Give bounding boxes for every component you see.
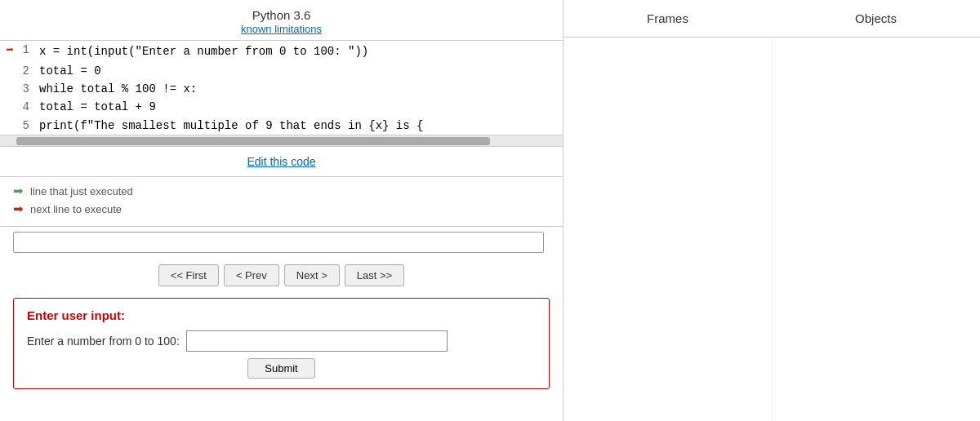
green-arrow-icon: ➡: [13, 184, 24, 198]
right-panel: Frames Objects: [564, 0, 980, 421]
known-limitations-link[interactable]: known limitations: [241, 23, 322, 35]
user-input-prompt: Enter a number from 0 to 100:: [27, 335, 180, 348]
objects-panel: [773, 38, 981, 421]
user-input-field[interactable]: [186, 330, 448, 352]
line-number: 5: [20, 117, 36, 135]
legend: ➡ line that just executed ➡ next line to…: [0, 177, 563, 227]
line-arrow-cell: [0, 117, 20, 135]
next-button[interactable]: Next >: [284, 264, 340, 286]
legend-red: ➡ next line to execute: [13, 202, 550, 216]
legend-red-label: next line to execute: [30, 203, 122, 215]
table-row: 4 total = total + 9: [0, 98, 423, 116]
nav-buttons: << First < Prev Next > Last >>: [0, 258, 563, 293]
table-row: 2total = 0: [0, 62, 423, 80]
code-area: ➡1x = int(input("Enter a number from 0 t…: [0, 41, 563, 135]
legend-green: ➡ line that just executed: [13, 184, 550, 198]
table-row: ➡1x = int(input("Enter a number from 0 t…: [0, 41, 423, 62]
python-version-title: Python 3.6: [0, 8, 563, 22]
line-arrow-cell: [0, 98, 20, 116]
line-number: 2: [20, 62, 36, 80]
red-arrow-icon: ➡: [13, 202, 24, 216]
line-arrow-cell: [0, 80, 20, 98]
edit-code-link[interactable]: Edit this code: [247, 155, 315, 168]
red-arrow-icon: ➡: [6, 43, 14, 58]
table-row: 3while total % 100 != x:: [0, 80, 423, 98]
code-table: ➡1x = int(input("Enter a number from 0 t…: [0, 41, 423, 135]
right-header: Frames Objects: [564, 0, 980, 38]
first-button[interactable]: << First: [158, 264, 219, 286]
line-code: while total % 100 != x:: [36, 80, 423, 98]
line-number: 4: [20, 98, 36, 116]
input-box-area: [0, 227, 563, 258]
legend-green-label: line that just executed: [30, 185, 133, 197]
user-input-label: Enter user input:: [27, 308, 536, 322]
user-input-row: Enter a number from 0 to 100:: [27, 330, 536, 352]
line-number: 3: [20, 80, 36, 98]
header: Python 3.6 known limitations: [0, 0, 563, 41]
submit-button[interactable]: Submit: [247, 358, 314, 379]
prev-button[interactable]: < Prev: [224, 264, 279, 286]
scrollbar-thumb[interactable]: [16, 137, 490, 145]
user-input-section: Enter user input: Enter a number from 0 …: [13, 298, 550, 389]
tab-frames[interactable]: Frames: [564, 8, 772, 29]
submit-btn-row: Submit: [27, 358, 536, 379]
line-code: total = 0: [36, 62, 423, 80]
line-code: print(f"The smallest multiple of 9 that …: [36, 117, 423, 135]
horizontal-scrollbar[interactable]: [0, 135, 563, 147]
frames-panel: [564, 38, 773, 421]
last-button[interactable]: Last >>: [345, 264, 404, 286]
line-code: total = total + 9: [36, 98, 423, 116]
line-arrow-cell: [0, 62, 20, 80]
tab-objects[interactable]: Objects: [772, 8, 980, 29]
line-arrow-cell: ➡: [0, 41, 20, 62]
line-code: x = int(input("Enter a number from 0 to …: [36, 41, 423, 62]
left-panel: Python 3.6 known limitations ➡1x = int(i…: [0, 0, 564, 421]
panels-area: [564, 38, 980, 421]
input-display-box: [13, 232, 544, 253]
table-row: 5print(f"The smallest multiple of 9 that…: [0, 117, 423, 135]
line-number: 1: [20, 41, 36, 62]
edit-link-area: Edit this code: [0, 147, 563, 177]
